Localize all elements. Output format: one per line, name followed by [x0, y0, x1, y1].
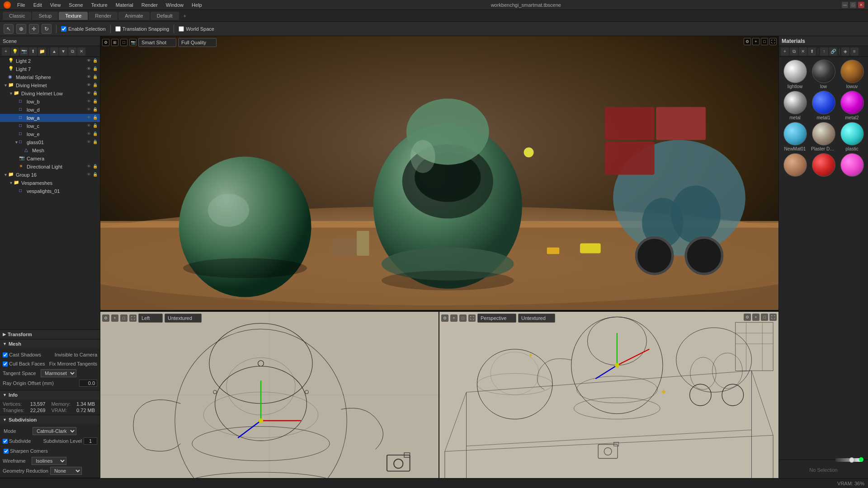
main-vp-snap-button[interactable]: □: [120, 39, 127, 46]
mat-item-lowuv[interactable]: lowuv: [839, 60, 865, 89]
tree-item-light7[interactable]: 💡 Light 7 👁 🔒: [0, 65, 100, 73]
eye-icon-group16[interactable]: 👁: [87, 172, 92, 178]
tree-item-vespameshes[interactable]: ▼ 📁 Vespameshes: [0, 179, 100, 187]
main-vp-option3-button[interactable]: □: [761, 38, 768, 45]
invisible-to-camera-label[interactable]: Invisible to Camera: [55, 352, 97, 357]
gradient-slider[interactable]: [835, 458, 863, 462]
mat-arrow-button[interactable]: ↑: [820, 47, 828, 56]
main-vp-quality-dropdown[interactable]: Full Quality Half Quality: [178, 38, 217, 47]
mat-delete-button[interactable]: ✕: [799, 47, 807, 56]
eye-icon-low-b[interactable]: 👁: [87, 99, 92, 104]
maximize-button[interactable]: □: [850, 2, 856, 8]
menu-window[interactable]: Window: [162, 1, 187, 9]
lock-icon-light7[interactable]: 🔒: [93, 66, 98, 72]
mat-option1-button[interactable]: ◈: [841, 47, 849, 56]
pan-tool-button[interactable]: ✛: [29, 24, 39, 34]
cast-shadows-label[interactable]: Cast Shadows: [3, 352, 41, 357]
br-settings-button[interactable]: ⚙: [441, 314, 448, 322]
tab-setup[interactable]: Setup: [32, 12, 58, 20]
lock-icon-light2[interactable]: 🔒: [93, 58, 98, 64]
eye-icon-low-c[interactable]: 👁: [87, 123, 92, 129]
bottom-right-viewport[interactable]: ✦ ✦ ⚙ + □ ⛶ Perspective Left Front: [439, 312, 778, 478]
tree-item-group16[interactable]: ▼ 📁 Group 16 👁 🔒: [0, 171, 100, 179]
bl-settings-button[interactable]: ⚙: [102, 314, 109, 322]
cull-back-faces-checkbox[interactable]: [3, 361, 8, 366]
tab-texture[interactable]: Texture: [59, 12, 88, 20]
mat-item-newmat01[interactable]: NewMat01: [782, 122, 808, 151]
cast-shadows-checkbox[interactable]: [3, 352, 8, 357]
info-header[interactable]: ▼ Info: [0, 390, 100, 399]
translation-snapping-checkbox[interactable]: [115, 26, 121, 32]
eye-icon-dir-light[interactable]: 👁: [87, 164, 92, 169]
enable-selection-toggle[interactable]: Enable Selection: [61, 26, 106, 32]
mat-attach-button[interactable]: 🔗: [829, 47, 837, 56]
eye-icon-light2[interactable]: 👁: [87, 58, 92, 64]
bottom-left-view-dropdown[interactable]: Left Front Top: [138, 314, 163, 323]
rotate-tool-button[interactable]: ↻: [42, 24, 52, 34]
sharpen-corners-check[interactable]: Sharpen Corners: [4, 448, 48, 454]
tree-item-low-b[interactable]: □ low_b 👁 🔒: [0, 98, 100, 106]
tree-item-camera[interactable]: 📷 Camera: [0, 155, 100, 163]
eye-icon-diving-helmet[interactable]: 👁: [87, 83, 92, 88]
main-vp-option2-button[interactable]: +: [752, 38, 760, 45]
eye-icon-glass01[interactable]: 👁: [87, 140, 92, 145]
scene-folder-button[interactable]: 📁: [38, 47, 46, 56]
scene-duplicate-button[interactable]: ⧉: [68, 47, 76, 56]
menu-render[interactable]: Render: [138, 1, 161, 9]
tree-item-light2[interactable]: 💡 Light 2 👁 🔒: [0, 57, 100, 65]
lock-icon-material-sphere[interactable]: 🔒: [93, 75, 98, 80]
subdivide-check[interactable]: Subdivide: [3, 438, 31, 444]
mat-duplicate-button[interactable]: ⧉: [790, 47, 798, 56]
bl-snap-button[interactable]: □: [120, 314, 127, 322]
bottom-right-shading-dropdown[interactable]: Untextured Textured Wireframe: [518, 314, 555, 323]
lock-icon-low-b[interactable]: 🔒: [93, 99, 98, 104]
br-snap-button[interactable]: □: [459, 314, 467, 322]
scene-down-button[interactable]: ▼: [59, 47, 67, 56]
main-vp-layout-button[interactable]: ⊞: [111, 39, 118, 46]
lock-icon-glass01[interactable]: 🔒: [93, 140, 98, 145]
sharpen-corners-checkbox[interactable]: [4, 449, 9, 454]
lock-icon-low-d[interactable]: 🔒: [93, 107, 98, 113]
br-fullscreen-button[interactable]: ⛶: [468, 314, 476, 322]
mat-item-plaster-dam[interactable]: Plaster Dam...: [810, 122, 837, 151]
cull-back-faces-label[interactable]: Cull Back Faces: [3, 361, 45, 366]
tree-item-low-c[interactable]: □ low_c 👁 🔒: [0, 122, 100, 130]
scene-up-button[interactable]: ▲: [50, 47, 58, 56]
menu-edit[interactable]: Edit: [30, 1, 46, 9]
tab-default[interactable]: Default: [151, 12, 179, 20]
mat-import-button[interactable]: ⬆: [808, 47, 816, 56]
minimize-button[interactable]: —: [842, 2, 848, 8]
menu-texture[interactable]: Texture: [88, 1, 111, 9]
lock-icon-diving-helmet[interactable]: 🔒: [93, 83, 98, 88]
scene-camera-button[interactable]: 📷: [20, 47, 28, 56]
br-settings2-button[interactable]: ⚙: [744, 314, 751, 321]
mat-item-mat6[interactable]: [839, 153, 865, 178]
tree-item-low-a[interactable]: □ low_a 👁 🔒: [0, 114, 100, 122]
main-vp-option4-button[interactable]: ⛶: [769, 38, 777, 45]
scene-light-button[interactable]: 💡: [11, 47, 19, 56]
lock-icon-low-c[interactable]: 🔒: [93, 123, 98, 129]
tab-add-button[interactable]: +: [180, 12, 190, 19]
bottom-left-viewport[interactable]: ⚙ + □ ⛶ Left Front Top Untextured Textur…: [100, 312, 439, 478]
world-space-checkbox[interactable]: [179, 26, 184, 32]
mat-item-lightlow[interactable]: lightlow: [782, 60, 808, 89]
bl-layout-button[interactable]: +: [111, 314, 118, 322]
menu-view[interactable]: View: [47, 1, 65, 9]
tangent-space-select[interactable]: Marmoset Maya 3ds Max: [41, 369, 76, 377]
lock-icon-group16[interactable]: 🔒: [93, 172, 98, 178]
mat-item-metal1[interactable]: metal1: [810, 91, 837, 120]
subdiv-mode-select[interactable]: Catmull-Clark Linear: [33, 427, 76, 435]
mesh-header[interactable]: ▼ Mesh: [0, 339, 100, 348]
mat-item-low[interactable]: low: [810, 60, 837, 89]
main-vp-camera-button[interactable]: 📷: [129, 39, 137, 46]
bottom-left-shading-dropdown[interactable]: Untextured Textured Wireframe: [165, 314, 202, 323]
scene-tree[interactable]: 💡 Light 2 👁 🔒 💡 Light 7 👁 🔒: [0, 57, 100, 329]
fix-mirrored-tangents-label[interactable]: Fix Mirrored Tangents: [49, 361, 97, 366]
menu-scene[interactable]: Scene: [65, 1, 86, 9]
tree-item-mesh[interactable]: △ Mesh: [0, 146, 100, 155]
menu-help[interactable]: Help: [188, 1, 206, 9]
tab-animate[interactable]: Animate: [118, 12, 149, 20]
eye-icon-material-sphere[interactable]: 👁: [87, 75, 92, 80]
eye-icon-diving-helmet-low[interactable]: 👁: [87, 91, 92, 96]
eye-icon-low-a[interactable]: 👁: [87, 115, 92, 121]
